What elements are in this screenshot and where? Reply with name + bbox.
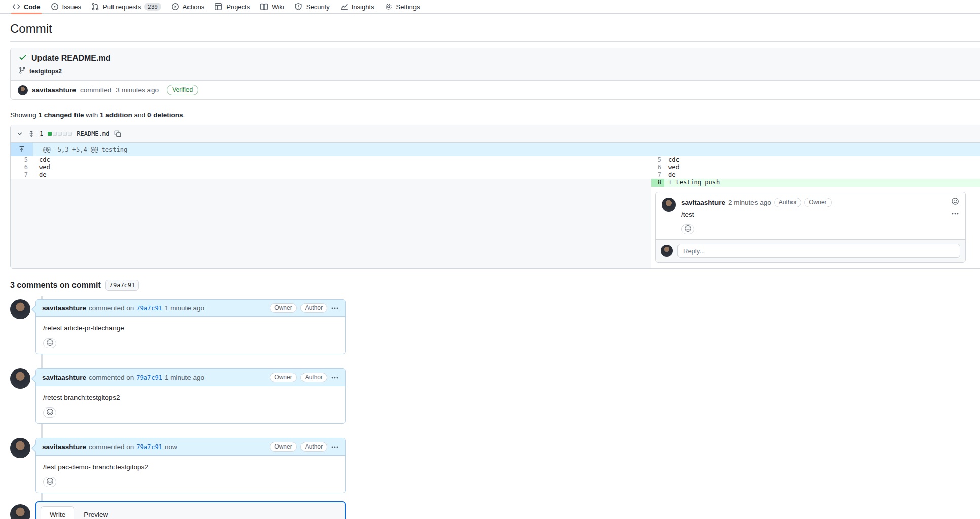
inline-comment-thread: savitaashture 2 minutes ago Author Owner… — [655, 192, 966, 263]
tab-projects[interactable]: Projects — [209, 0, 255, 13]
tab-preview[interactable]: Preview — [74, 506, 117, 519]
author-badge: Author — [300, 442, 327, 452]
owner-badge: Owner — [270, 303, 296, 313]
copy-icon[interactable] — [114, 130, 121, 137]
tab-security[interactable]: Security — [289, 0, 335, 13]
add-reaction-button[interactable] — [681, 224, 694, 234]
smiley-icon — [46, 408, 54, 417]
comment-author-link[interactable]: savitaashture — [42, 443, 86, 451]
left-line-number — [11, 179, 33, 187]
owner-badge: Owner — [270, 373, 296, 382]
tab-label: Actions — [183, 3, 205, 11]
comment-author-link[interactable]: savitaashture — [42, 304, 86, 312]
right-line-number[interactable]: 5 — [651, 156, 664, 164]
tab-wiki[interactable]: Wiki — [255, 0, 289, 13]
commit-action: committed — [80, 86, 111, 94]
left-line-code: de — [33, 171, 651, 179]
tab-code[interactable]: Code — [7, 0, 46, 13]
tab-settings[interactable]: Settings — [380, 0, 425, 13]
avatar — [10, 368, 30, 389]
right-line-code: cdc — [664, 156, 980, 164]
kebab-menu-icon[interactable] — [331, 374, 339, 382]
commit-sha-chip[interactable]: 79a7c91 — [105, 280, 139, 291]
addition-line-code: + testing push — [664, 179, 980, 187]
chevron-down-icon[interactable] — [16, 130, 23, 137]
comment-card: savitaashture commented on 79a7c91 now O… — [35, 438, 346, 493]
avatar — [10, 438, 30, 458]
inline-comment-container: savitaashture 2 minutes ago Author Owner… — [651, 187, 980, 268]
code-icon — [12, 3, 20, 11]
issue-opened-icon — [51, 3, 59, 11]
pull-requests-counter: 239 — [144, 3, 161, 11]
comment-form: Write Preview — [35, 501, 346, 519]
right-line-code: de — [664, 171, 980, 179]
commit-card-header: Update README.md testgitops2 — [11, 48, 980, 81]
left-line-number[interactable]: 5 — [11, 156, 33, 164]
left-line-code — [33, 179, 651, 187]
reply-row — [656, 239, 965, 262]
smiley-icon[interactable] — [951, 197, 959, 205]
add-reaction-button[interactable] — [43, 338, 56, 348]
file-name[interactable]: README.md — [77, 130, 109, 137]
commit-sha-link[interactable]: 79a7c91 — [136, 374, 162, 381]
tab-label: Projects — [226, 3, 250, 11]
right-line-number[interactable]: 8 — [651, 179, 664, 187]
comment-timestamp: now — [165, 443, 177, 451]
git-pull-request-icon — [91, 3, 99, 11]
comment-timestamp: 2 minutes ago — [728, 199, 771, 206]
diff-summary: Showing 1 changed file with 1 addition a… — [10, 111, 970, 119]
hunk-header: @@ -5,3 +5,4 @@ testing — [33, 146, 127, 153]
commit-sha-link[interactable]: 79a7c91 — [136, 305, 162, 312]
reply-input[interactable] — [677, 244, 960, 258]
tab-label: Pull requests — [103, 3, 141, 11]
expand-hunk-button[interactable] — [11, 143, 33, 156]
comment-body: /test — [681, 211, 959, 218]
right-line-number[interactable]: 6 — [651, 164, 664, 171]
comment-body: /retest branch:testgitops2 — [43, 394, 338, 401]
tab-write[interactable]: Write — [41, 506, 74, 519]
tab-actions[interactable]: Actions — [166, 0, 210, 13]
inline-comment: savitaashture 2 minutes ago Author Owner… — [656, 192, 965, 239]
comment-content: /test pac-demo- branch:testgitops2 — [36, 456, 345, 493]
tab-insights[interactable]: Insights — [335, 0, 380, 13]
diff-row-addition: 8 + testing push — [11, 179, 980, 187]
owner-badge: Owner — [270, 442, 296, 452]
commit-branch[interactable]: testgitops2 — [29, 68, 62, 75]
diff-row: 6 wed 6 wed — [11, 164, 980, 171]
tab-label: Insights — [352, 3, 374, 11]
smiley-icon — [46, 339, 54, 348]
right-line-number[interactable]: 7 — [651, 171, 664, 179]
owner-badge: Owner — [804, 198, 831, 207]
comment-action: commented on — [89, 443, 134, 451]
commit-card-footer: savitaashture committed 3 minutes ago Ve… — [11, 81, 980, 99]
diff-left-filler — [11, 187, 651, 268]
avatar — [10, 299, 30, 319]
shield-icon — [294, 3, 303, 11]
verified-badge[interactable]: Verified — [167, 85, 198, 95]
diffstat-count: 1 — [40, 130, 43, 137]
smiley-icon — [46, 477, 54, 487]
commit-author-link[interactable]: savitaashture — [32, 86, 76, 94]
comment-header: savitaashture commented on 79a7c91 1 min… — [36, 369, 345, 386]
expand-diff-icon[interactable] — [28, 130, 35, 137]
kebab-menu-icon[interactable] — [951, 210, 959, 218]
commit-message: Update README.md — [31, 54, 110, 63]
left-line-number[interactable]: 6 — [11, 164, 33, 171]
comment-author-link[interactable]: savitaashture — [42, 374, 86, 381]
left-line-number[interactable]: 7 — [11, 171, 33, 179]
play-icon — [171, 3, 179, 11]
comment-action: commented on — [89, 374, 134, 381]
tab-label: Code — [24, 3, 41, 11]
add-reaction-button[interactable] — [43, 407, 56, 418]
kebab-menu-icon[interactable] — [331, 443, 339, 451]
comment-timeline: savitaashture commented on 79a7c91 1 min… — [10, 299, 970, 519]
tab-label: Wiki — [272, 3, 284, 11]
comment-author-link[interactable]: savitaashture — [681, 199, 725, 206]
tab-issues[interactable]: Issues — [46, 0, 87, 13]
kebab-menu-icon[interactable] — [331, 304, 339, 312]
author-badge: Author — [774, 198, 801, 207]
tab-pull-requests[interactable]: Pull requests 239 — [86, 0, 166, 13]
add-reaction-button[interactable] — [43, 477, 56, 487]
commit-sha-link[interactable]: 79a7c91 — [136, 443, 162, 451]
left-line-code: wed — [33, 164, 651, 171]
